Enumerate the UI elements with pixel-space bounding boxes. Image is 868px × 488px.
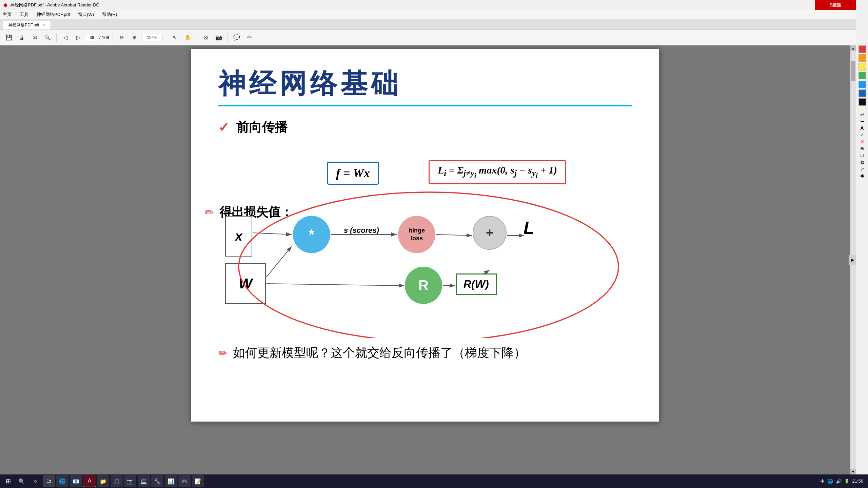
color-swatch-darkblue[interactable] xyxy=(859,89,866,97)
taskbar-clock: 21:56 xyxy=(852,478,863,484)
zoom-input[interactable] xyxy=(142,34,162,41)
pdf-tab[interactable]: 神经网络PDF.pdf ✕ xyxy=(3,21,51,29)
menubar: 主页 工具 神经网络PDF.pdf 窗口(W) 帮助(H) xyxy=(0,10,868,19)
expand-tool[interactable]: ⤢ xyxy=(860,166,864,172)
comment-button[interactable]: 💬 xyxy=(231,32,242,43)
right-tools-panel: ↩ ↪ A ✓ ✕ ⊕ □ ⧉ ⤢ ✱ xyxy=(856,0,868,474)
vertical-scrollbar[interactable]: ▲ ▼ ▶ xyxy=(850,45,856,474)
node-x: x xyxy=(225,216,252,257)
section-backprop: ✏ 如何更新模型呢？这个就交给反向传播了（梯度下降） xyxy=(218,345,632,361)
page-title: 神经网络基础 xyxy=(218,66,632,102)
window-title: 神经网络PDF.pdf - Adobe Acrobat Reader DC xyxy=(10,2,99,8)
email-button[interactable]: ✉ xyxy=(29,32,40,43)
color-swatch-blue[interactable] xyxy=(859,81,866,88)
taskbar-sound[interactable]: 🔊 xyxy=(836,479,842,484)
print-button[interactable]: 🖨 xyxy=(16,32,27,43)
pencil-icon2: ✏ xyxy=(218,347,228,360)
color-swatch-yellow[interactable] xyxy=(859,63,866,70)
taskbar-apps: 🗂 🌐 📧 A 📁 🎵 📷 💻 🔧 📊 🎮 📝 xyxy=(43,475,819,487)
node-rw: R(W) xyxy=(456,273,497,295)
cross-tool[interactable]: ✕ xyxy=(860,139,864,144)
tab-close-icon[interactable]: ✕ xyxy=(42,23,45,27)
taskbar-search[interactable]: 🔍 xyxy=(16,475,28,487)
color-swatch-green[interactable] xyxy=(859,72,866,79)
taskbar-cortana[interactable]: ○ xyxy=(29,475,41,487)
section3-text: 如何更新模型呢？这个就交给反向传播了（梯度下降） xyxy=(233,345,526,361)
menu-home[interactable]: 主页 xyxy=(3,12,12,18)
svg-point-10 xyxy=(239,192,618,338)
color-swatch-black[interactable] xyxy=(859,98,866,106)
taskbar-system-tray: 中 🌐 🔊 🔋 21:56 xyxy=(821,478,866,484)
taskbar-app-5[interactable]: 📁 xyxy=(97,475,109,487)
crop-button[interactable]: ⊠ xyxy=(200,32,211,43)
save-button[interactable]: 💾 xyxy=(3,32,14,43)
scroll-thumb[interactable] xyxy=(851,61,855,81)
node-star: * xyxy=(293,216,330,253)
snapshot-button[interactable]: 📷 xyxy=(213,32,224,43)
pencil-icon: ✏ xyxy=(205,206,214,219)
expand-panel-button[interactable]: ▶ xyxy=(849,255,856,265)
taskbar-app-2[interactable]: 🌐 xyxy=(56,475,68,487)
taskbar-app-7[interactable]: 📷 xyxy=(124,475,136,487)
svg-line-5 xyxy=(436,235,472,236)
tool-redo[interactable]: ↪ xyxy=(860,119,864,124)
select-tool-button[interactable]: ↖ xyxy=(170,32,180,43)
menu-file[interactable]: 神经网络PDF.pdf xyxy=(37,12,70,18)
hand-tool-button[interactable]: ✋ xyxy=(182,32,193,43)
page-nav: / 169 xyxy=(86,34,109,41)
formula-f-wx: f = Wx xyxy=(327,162,379,185)
star-tool[interactable]: ✱ xyxy=(860,173,864,179)
taskbar-app-6[interactable]: 🎵 xyxy=(111,475,123,487)
tab-label: 神经网络PDF.pdf xyxy=(8,22,39,28)
scroll-down-button[interactable]: ▼ xyxy=(850,469,856,474)
search-button[interactable]: 🔍 xyxy=(42,32,53,43)
node-hinge-loss: hingeloss xyxy=(398,216,435,253)
letter-a-tool[interactable]: A xyxy=(860,125,864,131)
taskbar-app-acrobat[interactable]: A xyxy=(83,475,96,487)
taskbar-app-10[interactable]: 📊 xyxy=(165,475,177,487)
zoom-out-button[interactable]: ⊖ xyxy=(116,32,127,43)
next-page-button[interactable]: ▷ xyxy=(73,32,84,43)
app-icon: ◆ xyxy=(3,2,7,8)
scroll-up-button[interactable]: ▲ xyxy=(850,45,856,51)
menu-help[interactable]: 帮助(H) xyxy=(102,12,117,18)
check-icon: ✓ xyxy=(218,120,229,135)
color-swatch-orange[interactable] xyxy=(859,54,866,62)
pdf-page: 神经网络基础 ✓ 前向传播 f = Wx Li = Σj≠yi max(0, s… xyxy=(191,49,659,422)
copy-tool[interactable]: ⧉ xyxy=(861,159,864,165)
tabbar: 神经网络PDF.pdf ✕ xyxy=(0,19,868,30)
taskbar-app-9[interactable]: 🔧 xyxy=(151,475,163,487)
diagram-area: f = Wx Li = Σj≠yi max(0, sj − syi + 1) ✏… xyxy=(225,141,632,338)
add-tool[interactable]: ⊕ xyxy=(860,146,864,151)
taskbar-app-11[interactable]: 🎮 xyxy=(178,475,191,487)
main-content-area: 神经网络基础 ✓ 前向传播 f = Wx Li = Σj≠yi max(0, s… xyxy=(0,45,850,474)
page-input[interactable] xyxy=(86,34,98,41)
menu-window[interactable]: 窗口(W) xyxy=(78,12,94,18)
taskbar-ime[interactable]: 中 xyxy=(821,479,825,484)
taskbar-app-1[interactable]: 🗂 xyxy=(43,475,55,487)
titlebar: ◆ 神经网络PDF.pdf - Adobe Acrobat Reader DC … xyxy=(0,0,868,10)
node-r: R xyxy=(405,267,442,304)
rect-tool[interactable]: □ xyxy=(861,152,863,158)
prev-page-button[interactable]: ◁ xyxy=(60,32,71,43)
taskbar: ⊞ 🔍 ○ 🗂 🌐 📧 A 📁 🎵 📷 💻 🔧 📊 🎮 📝 中 🌐 🔊 🔋 21… xyxy=(0,474,868,488)
section-forward-prop: ✓ 前向传播 xyxy=(218,119,632,136)
draw-button[interactable]: ✏ xyxy=(244,32,255,43)
checkmark-tool[interactable]: ✓ xyxy=(860,132,864,138)
node-plus: + xyxy=(473,216,507,250)
color-swatch-red[interactable] xyxy=(859,45,866,53)
taskbar-app-3[interactable]: 📧 xyxy=(70,475,82,487)
formula-li-text: Li = Σj≠yi max(0, sj − syi + 1) xyxy=(438,164,557,180)
page-separator: / 169 xyxy=(99,35,109,40)
toolbar: 💾 🖨 ✉ 🔍 ◁ ▷ / 169 ⊖ ⊕ ↖ ✋ ⊠ 📷 💬 ✏ ? xyxy=(0,30,868,45)
taskbar-battery[interactable]: 🔋 xyxy=(844,479,849,484)
tool-undo[interactable]: ↩ xyxy=(860,112,864,117)
start-button[interactable]: ⊞ xyxy=(2,475,14,487)
menu-tools[interactable]: 工具 xyxy=(20,12,28,18)
taskbar-app-12[interactable]: 📝 xyxy=(192,475,204,487)
taskbar-app-8[interactable]: 💻 xyxy=(138,475,150,487)
node-l-label: L xyxy=(524,218,534,238)
taskbar-network[interactable]: 🌐 xyxy=(827,479,833,484)
sohu-logo: S搜狐 xyxy=(830,2,842,8)
zoom-in-button[interactable]: ⊕ xyxy=(129,32,140,43)
